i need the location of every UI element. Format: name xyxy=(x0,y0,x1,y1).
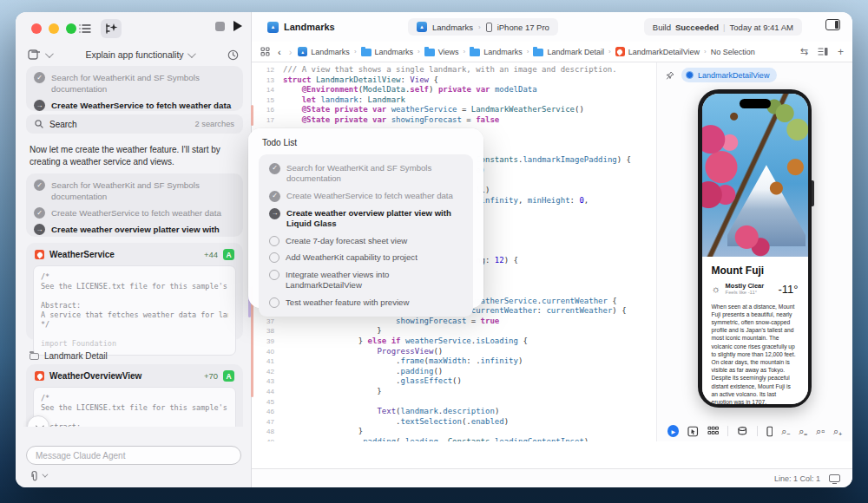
todo-item[interactable]: Create 7-day forecast sheet view xyxy=(262,232,470,250)
breadcrumb: Landmarks›Landmarks›Views›Landmarks›Land… xyxy=(298,47,793,56)
todo-item-label: Search for WeatherKit and SF Symbols doc… xyxy=(51,180,235,202)
window-title: Landmarks xyxy=(267,22,335,33)
todo-item[interactable]: Test weather feature with preview xyxy=(262,294,470,311)
swift-file-icon xyxy=(35,250,44,259)
scheme-selector[interactable]: Landmarks › iPhone 17 Pro xyxy=(408,18,558,36)
agent-chat-scroll[interactable]: ✓Search for WeatherKit and SF Symbols do… xyxy=(16,64,251,427)
code-review-icon[interactable]: ⇆ xyxy=(800,46,808,57)
device-settings-icon[interactable] xyxy=(737,426,747,436)
file-card-weatherservice[interactable]: WeatherService +44 A /*See the LICENSE.t… xyxy=(26,243,243,340)
chevron-down-icon[interactable] xyxy=(42,472,48,478)
stop-button[interactable] xyxy=(215,22,225,31)
line-number: 38 xyxy=(252,326,283,336)
weather-feels-like: Feels like -11° xyxy=(726,290,765,295)
forward-chevron-icon[interactable]: › xyxy=(289,47,293,57)
snippet-code-line: A service that fetches weather data for … xyxy=(41,310,228,320)
canvas-toolbar: ▶ ⌕₋ ⌕₌ ⌕▫ ⌕₊ xyxy=(657,421,852,441)
line-number: 13 xyxy=(252,75,283,86)
history-clock-icon[interactable] xyxy=(227,49,239,61)
run-destination: iPhone 17 Pro xyxy=(497,23,549,32)
code-line: 47 .textSelection(.enabled) xyxy=(252,417,656,428)
zoom-actual-size-icon[interactable]: ⌕₌ xyxy=(799,426,807,437)
todo-item[interactable]: ✓Search for WeatherKit and SF Symbols do… xyxy=(26,177,243,205)
breadcrumb-item[interactable]: Views xyxy=(424,47,459,56)
weather-temperature: -11° xyxy=(778,283,798,296)
active-state-icon: → xyxy=(34,224,45,235)
back-chevron-icon[interactable]: ‹ xyxy=(278,47,281,57)
preview-target-tag[interactable]: LandmarkDetailView xyxy=(681,68,777,82)
breadcrumb-item[interactable]: Landmarks xyxy=(470,47,523,56)
code-line: 13struct LandmarkDetailView: View { xyxy=(252,75,656,86)
weather-platter: ☼ Mostly Clear Feels like -11° -11° xyxy=(712,283,799,296)
pending-state-icon xyxy=(269,252,279,263)
todo-item[interactable]: Add WeatherKit capability to project xyxy=(262,250,470,267)
minimize-window-button[interactable] xyxy=(49,23,59,34)
pin-icon[interactable] xyxy=(666,71,674,80)
code-line: 48 } xyxy=(252,427,656,437)
todo-item[interactable]: Integrate weather views into LandmarkDet… xyxy=(262,266,470,294)
file-card-name: WeatherService xyxy=(49,250,115,259)
todo-item[interactable]: ✓Create WeatherService to fetch weather … xyxy=(26,205,243,221)
todo-item-label: Integrate weather views into LandmarkDet… xyxy=(286,270,463,291)
window-controls xyxy=(31,23,76,34)
code-line: 44 } xyxy=(252,387,656,397)
line-number: 45 xyxy=(252,397,283,408)
todo-item[interactable]: ✓Search for WeatherKit and SF Symbols do… xyxy=(262,160,470,187)
run-button[interactable] xyxy=(233,21,242,31)
live-preview-play-button[interactable]: ▶ xyxy=(667,425,679,437)
scheme-app-icon xyxy=(417,22,427,32)
activity-view[interactable]: Build Succeeded | Today at 9:41 AM xyxy=(644,18,802,36)
minimap-icon[interactable] xyxy=(818,47,828,56)
main-toolbar: Landmarks Landmarks › iPhone 17 Pro Buil… xyxy=(252,12,852,42)
todo-item[interactable]: →Create WeatherService to fetch weather … xyxy=(26,97,243,111)
folder-icon xyxy=(361,49,372,56)
breadcrumb-item[interactable]: LandmarkDetailView xyxy=(615,47,700,56)
session-title-menu[interactable]: Explain app functionality xyxy=(51,49,227,60)
zoom-in-icon[interactable]: ⌕₊ xyxy=(833,426,842,437)
todo-item[interactable]: →Create weather overview platter view wi… xyxy=(262,205,470,232)
snippet-code-line xyxy=(41,291,228,301)
popup-title: Todo List xyxy=(259,138,473,154)
line-number: 48 xyxy=(252,427,283,437)
breadcrumb-label: Landmarks xyxy=(483,48,523,56)
attachment-paperclip-icon[interactable] xyxy=(30,470,39,481)
line-number: 37 xyxy=(252,317,283,327)
todo-item[interactable]: →Create weather overview platter view wi… xyxy=(26,221,243,237)
inspector-panel-toggle-icon[interactable] xyxy=(825,19,840,30)
active-state-icon: → xyxy=(34,100,45,111)
snippet-code-line: import Foundation xyxy=(41,339,228,349)
add-editor-icon[interactable]: + xyxy=(838,46,844,58)
added-badge: A xyxy=(223,370,234,382)
zoom-out-icon[interactable]: ⌕₋ xyxy=(781,426,790,437)
todo-item-label: Test weather feature with preview xyxy=(286,297,463,309)
message-composer[interactable] xyxy=(26,446,241,465)
breadcrumb-item[interactable]: Landmark Detail xyxy=(533,47,604,56)
todo-card-top: ✓Search for WeatherKit and SF Symbols do… xyxy=(26,66,243,111)
display-icon[interactable] xyxy=(829,474,840,482)
todo-item[interactable]: ✓Search for WeatherKit and SF Symbols do… xyxy=(26,69,243,97)
diff-count: +70 xyxy=(204,371,218,381)
todo-item[interactable]: ✓Create WeatherService to fetch weather … xyxy=(262,187,470,205)
breadcrumb-item[interactable]: No Selection xyxy=(711,48,755,56)
related-items-grid-icon[interactable] xyxy=(260,47,270,56)
variants-grid-icon[interactable] xyxy=(707,426,719,436)
snippet-code-line: */ xyxy=(41,320,228,330)
message-input[interactable] xyxy=(36,451,232,461)
navigator-list-icon[interactable] xyxy=(75,19,95,38)
todo-item-label: Create WeatherService to fetch weather d… xyxy=(51,207,235,219)
search-activity-row[interactable]: Search 2 searches xyxy=(26,114,243,134)
done-state-icon: ✓ xyxy=(34,180,45,191)
device-bezels-icon[interactable] xyxy=(766,426,773,437)
compose-icon[interactable] xyxy=(28,49,40,61)
zoom-to-fit-icon[interactable]: ⌕▫ xyxy=(816,426,825,437)
breadcrumb-item[interactable]: Landmarks xyxy=(361,47,414,56)
selectable-mode-icon[interactable] xyxy=(687,426,698,437)
file-card-weatheroverviewview[interactable]: WeatherOverviewView +70 A /*See the LICE… xyxy=(26,364,243,427)
editor-status-bar: Line: 1 Col: 1 xyxy=(252,441,852,487)
code-line: 43 .glassEffect() xyxy=(252,376,656,387)
code-line: 15 let landmark: Landmark xyxy=(252,95,656,106)
close-window-button[interactable] xyxy=(31,23,42,34)
landmark-description-paragraph: When seen at a distance, Mount Fuji pres… xyxy=(712,303,799,404)
agent-sparkle-icon[interactable] xyxy=(101,19,122,38)
breadcrumb-item[interactable]: Landmarks xyxy=(298,47,350,56)
